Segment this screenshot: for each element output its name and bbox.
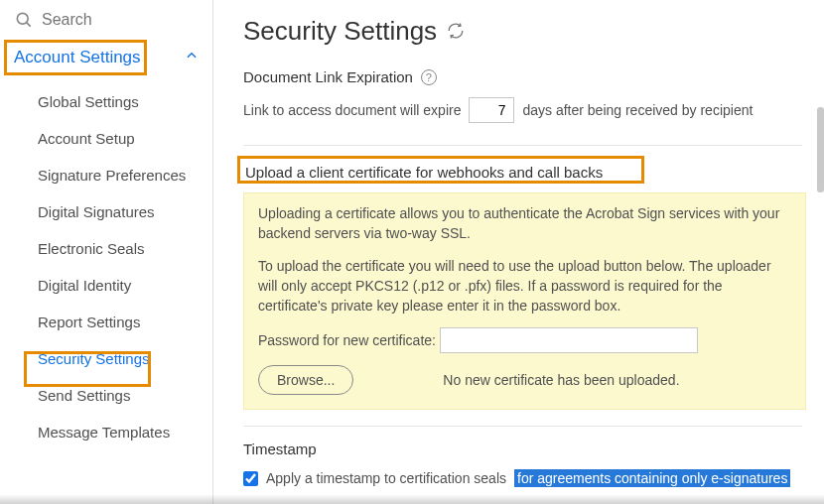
section-heading-link-expiration: Document Link Expiration ?: [243, 68, 802, 85]
section-heading-text: Timestamp: [243, 441, 317, 457]
section-timestamp: Timestamp Apply a timestamp to certifica…: [243, 426, 802, 497]
main-content: Security Settings Document Link Expirati…: [213, 0, 824, 504]
section-link-expiration: Document Link Expiration ? Link to acces…: [243, 68, 802, 145]
upload-cert-description-1: Uploading a certificate allows you to au…: [258, 203, 791, 244]
sidebar-item-account-setup[interactable]: Account Setup: [20, 120, 212, 157]
cert-upload-status: No new certificate has been uploaded.: [443, 372, 679, 388]
section-upload-certificate: Upload a client certificate for webhooks…: [243, 145, 802, 426]
timestamp-checkbox-row[interactable]: Apply a timestamp to certification seals…: [243, 469, 802, 487]
search-icon: [14, 10, 34, 30]
sidebar-item-security-settings[interactable]: Security Settings: [20, 340, 212, 377]
browse-button[interactable]: Browse...: [258, 365, 353, 395]
cert-password-row: Password for new certificate:: [258, 327, 791, 353]
cert-password-label: Password for new certificate:: [258, 332, 436, 348]
help-icon[interactable]: ?: [421, 69, 437, 85]
link-expiration-row: Link to access document will expire days…: [243, 97, 802, 123]
refresh-icon[interactable]: [447, 16, 465, 47]
sidebar-item-message-templates[interactable]: Message Templates: [20, 414, 212, 450]
section-heading-timestamp: Timestamp: [243, 441, 802, 457]
page-title-text: Security Settings: [243, 16, 437, 47]
search-bar[interactable]: [0, 0, 212, 38]
sidebar-item-report-settings[interactable]: Report Settings: [20, 304, 212, 340]
link-expiration-days-input[interactable]: [469, 97, 514, 123]
timestamp-checkbox[interactable]: [243, 471, 258, 486]
sidebar-item-global-settings[interactable]: Global Settings: [20, 83, 212, 120]
sidebar-item-send-settings[interactable]: Send Settings: [20, 377, 212, 414]
upload-cert-description-2: To upload the certificate you will need …: [258, 256, 791, 316]
sidebar: Account Settings Global Settings Account…: [0, 0, 213, 504]
sidebar-section-account-settings: Account Settings Global Settings Account…: [0, 38, 212, 450]
sidebar-item-electronic-seals[interactable]: Electronic Seals: [20, 230, 212, 267]
sidebar-section-label: Account Settings: [14, 48, 141, 67]
timestamp-label-a: Apply a timestamp to certification seals: [266, 470, 506, 486]
section-heading-upload-cert: Upload a client certificate for webhooks…: [243, 160, 802, 185]
sidebar-item-digital-signatures[interactable]: Digital Signatures: [20, 193, 212, 230]
cert-password-input[interactable]: [440, 327, 698, 353]
link-expiration-prefix: Link to access document will expire: [243, 102, 461, 118]
timestamp-label-highlight: for agreements containing only e-signatu…: [514, 469, 790, 487]
sidebar-item-digital-identity[interactable]: Digital Identity: [20, 267, 212, 304]
search-input[interactable]: [42, 11, 199, 29]
svg-point-0: [17, 13, 28, 24]
svg-line-1: [27, 23, 31, 27]
chevron-up-icon: [185, 48, 199, 67]
sidebar-item-signature-preferences[interactable]: Signature Preferences: [20, 157, 212, 193]
sidebar-section-toggle[interactable]: Account Settings: [0, 38, 212, 77]
section-heading-text: Document Link Expiration: [243, 68, 413, 85]
page-title: Security Settings: [243, 16, 802, 47]
scrollbar-thumb[interactable]: [817, 107, 824, 192]
upload-cert-panel: Uploading a certificate allows you to au…: [243, 192, 806, 410]
sidebar-items: Global Settings Account Setup Signature …: [0, 77, 212, 450]
link-expiration-suffix: days after being received by recipient: [522, 102, 753, 118]
